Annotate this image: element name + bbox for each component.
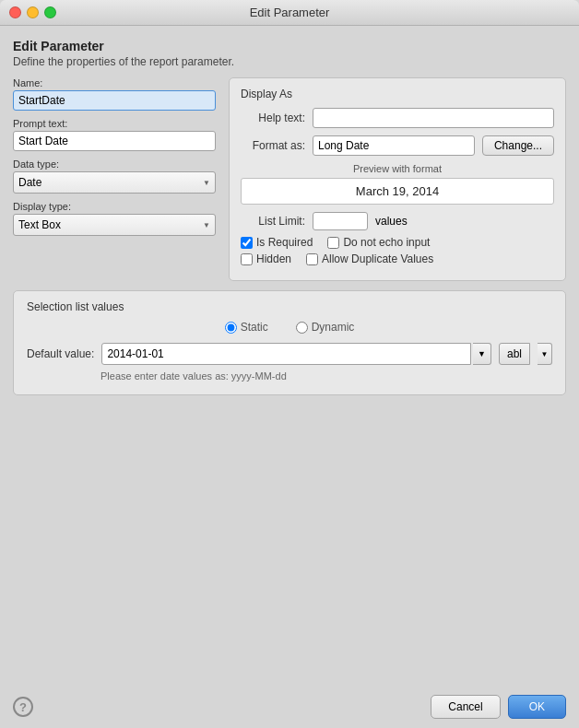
allow-dup-label: Allow Duplicate Values — [322, 252, 433, 265]
help-icon[interactable]: ? — [13, 697, 33, 717]
help-text-label: Help text: — [241, 112, 305, 124]
default-value-row: Default value: ▼ abl ▼ — [27, 343, 552, 365]
prompt-label: Prompt text: — [13, 118, 216, 129]
display-type-group: Display type: Text Box Drop Down List Bo… — [13, 201, 216, 236]
window-title: Edit Parameter — [250, 6, 330, 19]
display-type-select-wrapper: Text Box Drop Down List Box Check Box Ra… — [13, 214, 216, 236]
is-required-checkbox-label[interactable]: Is Required — [241, 236, 313, 249]
prompt-input[interactable] — [13, 131, 216, 151]
radio-row: Static Dynamic — [27, 321, 552, 334]
cancel-button[interactable]: Cancel — [431, 695, 500, 719]
do-not-echo-checkbox-label[interactable]: Do not echo input — [327, 236, 430, 249]
name-input[interactable] — [13, 90, 216, 111]
data-type-label: Data type: — [13, 159, 216, 170]
static-radio-label[interactable]: Static — [225, 321, 268, 334]
list-limit-label: List Limit: — [241, 215, 305, 228]
format-row: Format as: Change... — [241, 135, 554, 156]
preview-label: Preview with format — [241, 163, 554, 174]
do-not-echo-checkbox[interactable] — [327, 237, 339, 249]
abl-button[interactable]: abl — [499, 343, 530, 365]
data-type-select[interactable]: Date String Integer Float Boolean — [13, 171, 216, 194]
default-value-dropdown-btn[interactable]: ▼ — [473, 343, 491, 365]
display-type-label: Display type: — [13, 201, 216, 212]
data-type-select-wrapper: Date String Integer Float Boolean — [13, 171, 216, 194]
bottom-bar: ? Cancel OK — [0, 686, 579, 728]
allow-dup-checkbox[interactable] — [306, 253, 318, 265]
checkboxes-row-2: Hidden Allow Duplicate Values — [241, 252, 554, 265]
checkboxes-row-1: Is Required Do not echo input — [241, 236, 554, 249]
is-required-checkbox[interactable] — [241, 237, 253, 249]
prompt-field-group: Prompt text: — [13, 118, 216, 151]
list-limit-row: List Limit: values — [241, 212, 554, 230]
do-not-echo-label: Do not echo input — [343, 236, 430, 249]
right-panel: Display As Help text: Format as: Change.… — [229, 77, 566, 281]
data-type-group: Data type: Date String Integer Float Boo… — [13, 159, 216, 194]
default-value-label: Default value: — [27, 347, 94, 360]
page-subtitle: Define the properties of the report para… — [13, 55, 566, 68]
ok-button[interactable]: OK — [508, 695, 566, 719]
header-section: Edit Parameter Define the properties of … — [13, 39, 566, 68]
main-content: Edit Parameter Define the properties of … — [0, 26, 579, 686]
name-field-group: Name: — [13, 77, 216, 111]
display-as-label: Display As — [241, 88, 554, 100]
dynamic-radio-label[interactable]: Dynamic — [296, 321, 355, 334]
is-required-label: Is Required — [256, 236, 313, 249]
hidden-label: Hidden — [256, 252, 291, 265]
bottom-buttons: Cancel OK — [431, 695, 566, 719]
hidden-checkbox-label[interactable]: Hidden — [241, 252, 291, 265]
default-input-wrapper: ▼ — [101, 343, 491, 365]
selection-section: Selection list values Static Dynamic Def… — [13, 290, 566, 395]
default-value-input[interactable] — [101, 343, 471, 365]
preview-box: March 19, 2014 — [241, 178, 554, 205]
window-controls — [9, 6, 56, 18]
hint-text: Please enter date values as: yyyy-MM-dd — [100, 370, 552, 382]
dynamic-label: Dynamic — [312, 321, 355, 334]
name-label: Name: — [13, 77, 216, 88]
close-button[interactable] — [9, 6, 21, 18]
maximize-button[interactable] — [44, 6, 56, 18]
format-input[interactable] — [313, 135, 475, 156]
values-label: values — [375, 215, 408, 228]
dynamic-radio[interactable] — [296, 322, 308, 334]
left-panel: Name: Prompt text: Data type: Date Strin… — [13, 77, 216, 281]
abl-dropdown-btn[interactable]: ▼ — [538, 343, 552, 365]
preview-section: Preview with format March 19, 2014 — [241, 163, 554, 205]
help-text-row: Help text: — [241, 108, 554, 128]
selection-section-title: Selection list values — [27, 300, 552, 313]
display-type-select[interactable]: Text Box Drop Down List Box Check Box Ra… — [13, 214, 216, 236]
hidden-checkbox[interactable] — [241, 253, 253, 265]
help-text-input[interactable] — [313, 108, 554, 128]
allow-dup-checkbox-label[interactable]: Allow Duplicate Values — [306, 252, 433, 265]
form-area: Name: Prompt text: Data type: Date Strin… — [13, 77, 566, 281]
minimize-button[interactable] — [27, 6, 39, 18]
title-bar: Edit Parameter — [0, 0, 579, 26]
change-button[interactable]: Change... — [482, 135, 554, 156]
static-radio[interactable] — [225, 322, 237, 334]
page-title: Edit Parameter — [13, 39, 566, 53]
format-as-label: Format as: — [241, 139, 305, 152]
static-label: Static — [241, 321, 268, 334]
list-limit-input[interactable] — [313, 212, 368, 230]
